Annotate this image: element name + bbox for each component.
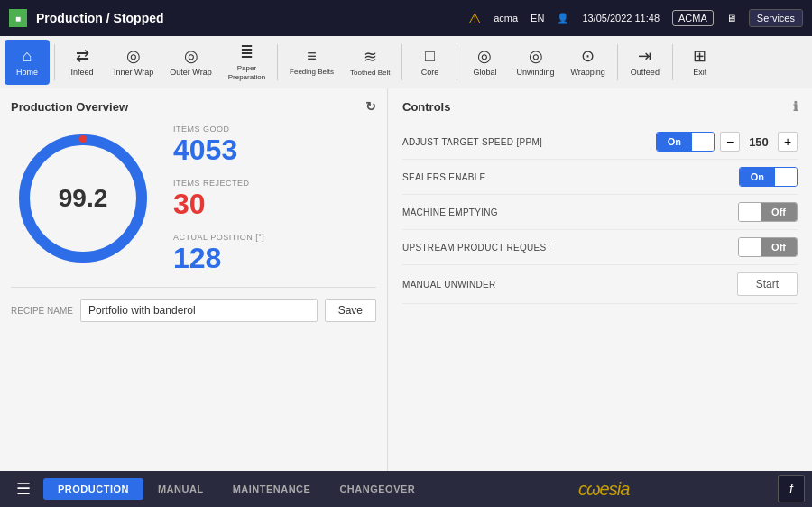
infeed-icon: ⇄ xyxy=(76,46,89,66)
production-panel: Production Overview ↻ 99.2 ITEMS GOO xyxy=(0,88,388,471)
nav-outfeed[interactable]: ⇥ Outfeed xyxy=(623,40,668,85)
feeding-belts-icon: ≡ xyxy=(307,47,317,66)
nav-core-label: Core xyxy=(421,68,439,78)
emptying-toggle-group: Off xyxy=(738,202,798,222)
emptying-toggle-off[interactable]: Off xyxy=(761,203,797,221)
control-adjust-target-speed: ADJUST TARGET SPEED [ppm] On − 150 + xyxy=(402,124,798,160)
nav-wrapping[interactable]: ⊙ Wrapping xyxy=(564,40,613,85)
nav-global[interactable]: ◎ Global xyxy=(462,40,507,85)
control-label-upstream: UPSTREAM PRODUCT REQUEST xyxy=(402,243,552,253)
refresh-icon[interactable]: ↻ xyxy=(365,99,376,114)
outfeed-icon: ⇥ xyxy=(638,46,651,66)
nav-unwinding-label: Unwinding xyxy=(516,68,554,78)
control-label-sealers: SEALERS ENABLE xyxy=(402,172,486,182)
stats-section: ITEMS GOOD 4053 ITEMS REJECTED 30 ACTUAL… xyxy=(173,124,264,272)
datetime: 13/05/2022 11:48 xyxy=(582,13,660,23)
items-good-stat: ITEMS GOOD 4053 xyxy=(173,124,264,164)
unwinder-control-right: Start xyxy=(737,272,798,296)
nav-infeed-label: Infeed xyxy=(70,68,93,78)
recipe-label: RECIPE NAME xyxy=(11,306,73,316)
start-button[interactable]: Start xyxy=(737,272,798,296)
actual-position-label: ACTUAL POSITION [°] xyxy=(173,233,264,242)
tab-manual[interactable]: MANUAL xyxy=(143,478,218,500)
tab-changeover[interactable]: CHANGEOVER xyxy=(325,478,429,500)
items-good-value: 4053 xyxy=(173,135,264,164)
sealers-control-right: On xyxy=(739,167,798,187)
nav-home[interactable]: ⌂ Home xyxy=(5,40,50,85)
nav-exit[interactable]: ⊞ Exit xyxy=(678,40,723,85)
nav-feeding-belts[interactable]: ≡ Feeding Belts xyxy=(282,40,341,85)
control-label-unwinder: MANUAL UNWINDER xyxy=(402,280,496,290)
outer-wrap-icon: ◎ xyxy=(184,46,198,66)
control-label-emptying: MACHINE EMPTYING xyxy=(402,207,498,217)
nav-global-label: Global xyxy=(473,68,496,78)
paper-prep-icon: ≣ xyxy=(240,42,254,62)
speed-toggle-on[interactable]: On xyxy=(657,133,692,151)
nav-toothed-belt-label: Toothed Belt xyxy=(350,69,390,78)
coesia-logo: cωesia xyxy=(578,479,629,500)
recipe-input[interactable] xyxy=(80,299,318,322)
items-good-label: ITEMS GOOD xyxy=(173,124,264,134)
nav-outer-wrap-label: Outer Wrap xyxy=(170,68,211,78)
upstream-toggle-off[interactable]: Off xyxy=(761,238,797,256)
language-selector[interactable]: EN xyxy=(531,13,544,23)
speed-adjuster: − 150 + xyxy=(720,132,798,152)
nav-outer-wrap[interactable]: ◎ Outer Wrap xyxy=(162,40,218,85)
actual-position-stat: ACTUAL POSITION [°] 128 xyxy=(173,233,264,272)
speed-decrease-button[interactable]: − xyxy=(720,132,740,152)
username: acma xyxy=(494,13,518,23)
nav-home-label: Home xyxy=(16,68,38,78)
inner-wrap-icon: ◎ xyxy=(126,46,141,66)
hamburger-button[interactable]: ☰ xyxy=(7,479,40,499)
nav-outfeed-label: Outfeed xyxy=(631,68,660,78)
save-button[interactable]: Save xyxy=(325,299,376,322)
warning-icon: ⚠ xyxy=(468,10,481,27)
nav-sep-5 xyxy=(617,44,618,80)
nav-paper-prep-label: PaperPreparation xyxy=(228,64,265,81)
nav-inner-wrap[interactable]: ◎ Inner Wrap xyxy=(106,40,161,85)
control-machine-emptying: MACHINE EMPTYING Off xyxy=(402,195,798,230)
nav-paper-prep[interactable]: ≣ PaperPreparation xyxy=(221,40,272,85)
emptying-control-right: Off xyxy=(738,202,798,222)
global-icon: ◎ xyxy=(477,46,492,66)
upstream-toggle-group: Off xyxy=(738,237,798,257)
f-function-button[interactable]: f xyxy=(778,475,805,502)
bottom-center: cωesia xyxy=(429,479,778,500)
nav-unwinding[interactable]: ◎ Unwinding xyxy=(509,40,561,85)
info-icon[interactable]: ℹ xyxy=(793,99,798,114)
emptying-toggle-on[interactable] xyxy=(739,203,761,221)
title-bar: ■ Production / Stopped ⚠ acma EN 👤 13/05… xyxy=(0,0,812,36)
items-rejected-label: ITEMS REJECTED xyxy=(173,179,264,188)
speed-toggle-off[interactable] xyxy=(692,133,714,151)
svg-point-2 xyxy=(79,135,87,143)
upstream-toggle-on[interactable] xyxy=(739,238,761,256)
nav-inner-wrap-label: Inner Wrap xyxy=(114,68,153,78)
monitor-icon: 🖥 xyxy=(726,13,736,23)
services-button[interactable]: Services xyxy=(749,9,803,27)
sealers-toggle-group: On xyxy=(739,167,798,187)
exit-icon: ⊞ xyxy=(693,46,706,66)
controls-panel: Controls ℹ ADJUST TARGET SPEED [ppm] On … xyxy=(388,88,812,471)
tab-maintenance[interactable]: MAINTENANCE xyxy=(218,478,326,500)
nav-toothed-belt[interactable]: ≋ Toothed Belt xyxy=(343,40,397,85)
toothed-belt-icon: ≋ xyxy=(364,47,377,67)
sealers-toggle-off[interactable] xyxy=(775,168,797,186)
controls-title: Controls ℹ xyxy=(402,99,798,114)
nav-feeding-belts-label: Feeding Belts xyxy=(290,68,334,77)
nav-wrapping-label: Wrapping xyxy=(571,68,605,78)
wrapping-icon: ⊙ xyxy=(581,46,595,66)
nav-core[interactable]: □ Core xyxy=(407,40,452,85)
tab-production[interactable]: PRODUCTION xyxy=(43,478,143,500)
recipe-section: RECIPE NAME Save xyxy=(11,287,376,322)
items-rejected-stat: ITEMS REJECTED 30 xyxy=(173,179,264,218)
bottom-bar: ☰ PRODUCTION MANUAL MAINTENANCE CHANGEOV… xyxy=(0,471,812,507)
speed-control-right: On − 150 + xyxy=(656,132,798,152)
nav-sep-6 xyxy=(672,44,673,80)
sealers-toggle-on[interactable]: On xyxy=(740,168,775,186)
nav-infeed[interactable]: ⇄ Infeed xyxy=(60,40,105,85)
nav-sep-2 xyxy=(277,44,278,80)
page-title: Production / Stopped xyxy=(36,11,459,25)
speed-increase-button[interactable]: + xyxy=(778,132,798,152)
acma-badge: ACMA xyxy=(672,10,714,26)
home-icon: ⌂ xyxy=(23,47,32,66)
